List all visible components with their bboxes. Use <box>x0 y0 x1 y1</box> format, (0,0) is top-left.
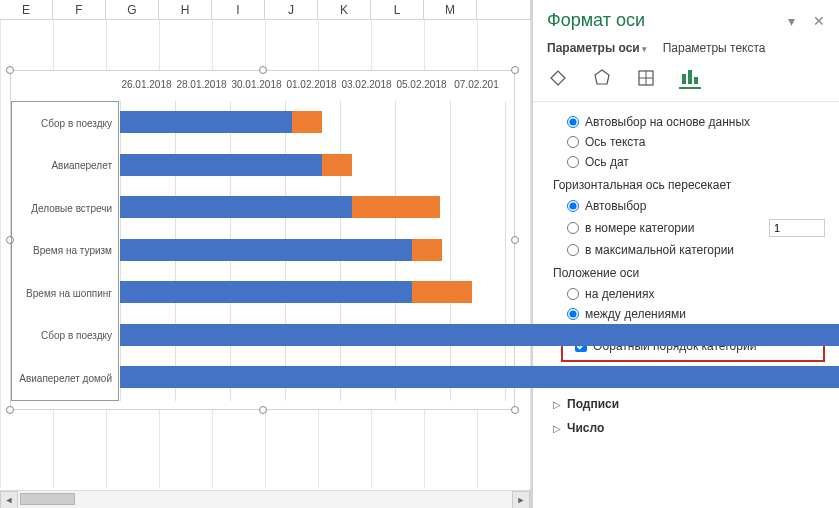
bar-series-2[interactable] <box>412 239 442 261</box>
plot-area[interactable]: Сбор в поездкуАвиаперелетДеловые встречи… <box>11 101 514 401</box>
category-label: Сбор в поездку <box>12 315 118 358</box>
radio-cross-auto[interactable] <box>567 200 579 212</box>
category-label: Авиаперелет <box>12 145 118 188</box>
label-cross-auto: Автовыбор <box>585 199 646 213</box>
radio-auto-data[interactable] <box>567 116 579 128</box>
bars-area[interactable] <box>120 101 514 401</box>
y-axis-categories[interactable]: Сбор в поездкуАвиаперелетДеловые встречи… <box>11 101 119 401</box>
horizontal-scrollbar[interactable]: ◄ ► <box>0 490 530 508</box>
category-label: Сбор в поездку <box>12 102 118 145</box>
label-auto-data: Автовыбор на основе данных <box>585 115 750 129</box>
label-crosses: Горизонтальная ось пересекает <box>547 172 825 196</box>
label-date-axis: Ось дат <box>585 155 629 169</box>
label-axis-position: Положение оси <box>547 260 825 284</box>
bar-series-1[interactable] <box>120 324 839 346</box>
scroll-right-button[interactable]: ► <box>512 491 530 509</box>
category-label: Время на туризм <box>12 230 118 273</box>
effects-icon[interactable] <box>591 67 613 89</box>
resize-handle[interactable] <box>511 406 519 414</box>
bar-series-1[interactable] <box>120 111 292 133</box>
column-header[interactable]: J <box>265 0 318 19</box>
resize-handle[interactable] <box>259 66 267 74</box>
bar-series-1[interactable] <box>120 366 839 388</box>
radio-cross-number[interactable] <box>567 222 579 234</box>
x-axis[interactable]: 26.01.201828.01.201830.01.201801.02.2018… <box>11 79 514 99</box>
worksheet-area[interactable]: EFGHIJKLM 26.01.201828.01.201830.01.2018… <box>0 0 530 508</box>
bar-series-1[interactable] <box>120 196 352 218</box>
column-header[interactable]: M <box>424 0 477 19</box>
x-tick-label: 07.02.201 <box>449 79 504 90</box>
column-header[interactable]: E <box>0 0 53 19</box>
x-tick-label: 03.02.2018 <box>339 79 394 90</box>
bar-series-2[interactable] <box>322 154 352 176</box>
radio-date-axis[interactable] <box>567 156 579 168</box>
tab-axis-options[interactable]: Параметры оси▾ <box>547 41 647 55</box>
resize-handle[interactable] <box>511 66 519 74</box>
pane-close-icon[interactable]: ✕ <box>813 13 825 29</box>
embedded-chart[interactable]: 26.01.201828.01.201830.01.201801.02.2018… <box>10 70 515 410</box>
column-headers: EFGHIJKLM <box>0 0 530 20</box>
bar-series-1[interactable] <box>120 154 322 176</box>
scroll-left-button[interactable]: ◄ <box>0 491 18 509</box>
svg-rect-6 <box>694 77 698 84</box>
label-on-tick: на делениях <box>585 287 654 301</box>
pane-title: Формат оси <box>547 10 645 31</box>
category-label: Деловые встречи <box>12 187 118 230</box>
input-cross-number[interactable] <box>769 219 825 237</box>
column-header[interactable]: L <box>371 0 424 19</box>
radio-cross-max[interactable] <box>567 244 579 256</box>
x-tick-label: 05.02.2018 <box>394 79 449 90</box>
resize-handle[interactable] <box>6 66 14 74</box>
label-cross-max: в максимальной категории <box>585 243 734 257</box>
x-tick-label: 26.01.2018 <box>119 79 174 90</box>
svg-rect-5 <box>688 70 692 84</box>
radio-on-tick[interactable] <box>567 288 579 300</box>
resize-handle[interactable] <box>259 406 267 414</box>
scroll-track[interactable] <box>18 491 512 509</box>
resize-handle[interactable] <box>6 406 14 414</box>
column-header[interactable]: F <box>53 0 106 19</box>
svg-rect-4 <box>682 74 686 84</box>
category-label: Авиаперелет домой <box>12 357 118 400</box>
radio-between-tick[interactable] <box>567 308 579 320</box>
category-label: Время на шоппинг <box>12 272 118 315</box>
bar-series-2[interactable] <box>352 196 440 218</box>
pane-options-icon[interactable]: ▾ <box>788 13 795 29</box>
x-tick-label: 30.01.2018 <box>229 79 284 90</box>
column-header[interactable]: K <box>318 0 371 19</box>
label-between-tick: между делениями <box>585 307 686 321</box>
expander-number[interactable]: ▷Число <box>547 416 825 440</box>
size-properties-icon[interactable] <box>635 67 657 89</box>
radio-text-axis[interactable] <box>567 136 579 148</box>
x-tick-label: 01.02.2018 <box>284 79 339 90</box>
bar-series-2[interactable] <box>292 111 322 133</box>
bar-series-2[interactable] <box>412 281 472 303</box>
bar-series-1[interactable] <box>120 239 412 261</box>
svg-marker-0 <box>595 70 609 84</box>
label-cross-number: в номере категории <box>585 221 694 235</box>
expander-labels[interactable]: ▷Подписи <box>547 392 825 416</box>
column-header[interactable]: G <box>106 0 159 19</box>
format-axis-pane: Формат оси ▾ ✕ Параметры оси▾ Параметры … <box>532 0 839 508</box>
axis-options-icon[interactable] <box>679 67 701 89</box>
fill-line-icon[interactable] <box>547 67 569 89</box>
scroll-thumb[interactable] <box>20 493 75 505</box>
tab-text-options[interactable]: Параметры текста <box>663 41 766 55</box>
x-tick-label: 28.01.2018 <box>174 79 229 90</box>
label-text-axis: Ось текста <box>585 135 645 149</box>
bar-series-1[interactable] <box>120 281 412 303</box>
column-header[interactable]: H <box>159 0 212 19</box>
column-header[interactable]: I <box>212 0 265 19</box>
